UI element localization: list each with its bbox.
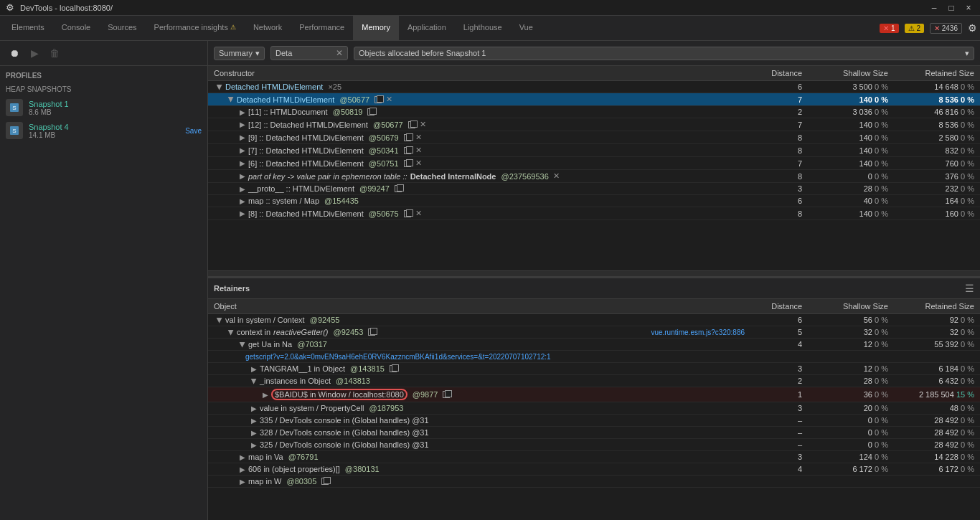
settings-icon[interactable]: ⚙ — [968, 22, 977, 34]
cross-icon[interactable]: ✕ — [553, 171, 560, 181]
retainers-body[interactable]: Object Distance Shallow Size Retained Si… — [208, 299, 980, 520]
copy-icon[interactable] — [390, 365, 397, 372]
tab-network[interactable]: Network — [245, 16, 291, 41]
tab-lighthouse[interactable]: Lighthouse — [455, 16, 511, 41]
tab-performance-insights[interactable]: Performance insights ⚠ — [146, 16, 245, 41]
table-row[interactable]: ▶ Detached HTMLDivElement @50677 ✕ 7 140… — [208, 93, 980, 106]
retainer-row[interactable]: ▶ map in W @80305 — [208, 476, 980, 488]
retainer-row[interactable]: ▶ context in reactiveGetter() @92453 vue… — [208, 326, 980, 339]
copy-icon[interactable] — [395, 185, 402, 192]
copy-icon[interactable] — [321, 478, 329, 485]
expand-icon[interactable]: ▶ — [240, 465, 245, 473]
expand-icon[interactable]: ▶ — [240, 133, 245, 141]
tab-vue[interactable]: Vue — [511, 16, 542, 41]
retainer-row[interactable]: ▶ get Ua in Na @70317 4 12 0 % 55 392 0 … — [208, 339, 980, 351]
tab-elements[interactable]: Elements — [3, 16, 53, 41]
minimize-button[interactable]: – — [928, 2, 940, 14]
tab-sources[interactable]: Sources — [99, 16, 145, 41]
copy-icon[interactable] — [368, 328, 375, 336]
clear-button[interactable]: 🗑 — [46, 44, 63, 62]
copy-icon[interactable] — [367, 108, 374, 115]
expand-icon[interactable]: ▶ — [263, 391, 268, 399]
expand-icon[interactable]: ▶ — [240, 185, 245, 193]
title-bar: ⚙ DevTools - localhost:8080/ – □ × — [0, 0, 980, 16]
filter-clear-icon[interactable]: ✕ — [336, 48, 343, 58]
close-button[interactable]: × — [963, 2, 974, 14]
retainer-row[interactable]: ▶ value in system / PropertyCell @187953… — [208, 402, 980, 415]
table-row[interactable]: ▶ __proto__ :: HTMLDivElement @99247 3 2… — [208, 183, 980, 195]
retainer-row[interactable]: ▶ 325 / DevTools console in (Global hand… — [208, 439, 980, 451]
save-snapshot-button[interactable]: Save — [185, 127, 202, 135]
table-row[interactable]: ▶ Detached HTMLDivElement ×25 6 3 500 0 … — [208, 81, 980, 93]
expand-icon[interactable]: ▶ — [251, 417, 257, 425]
expand-icon[interactable]: ▶ — [239, 341, 247, 347]
expand-icon[interactable]: ▶ — [240, 209, 245, 217]
getscript-link[interactable]: getscript?v=2.0&ak=0mvEN9saH6ehE0RV6Kazz… — [245, 353, 551, 361]
table-row[interactable]: ▶ [8] :: Detached HTMLDivElement @50675 … — [208, 207, 980, 220]
copy-icon[interactable] — [404, 160, 411, 167]
new-snapshot-button[interactable]: ⏺ — [6, 44, 23, 62]
retainer-row[interactable]: ▶ TANGRAM__1 in Object @143815 3 12 0 % … — [208, 363, 980, 375]
table-row[interactable]: ▶ [9] :: Detached HTMLDivElement @50679 … — [208, 131, 980, 144]
source-link[interactable]: vue.runtime.esm.js?c320:886 — [651, 328, 745, 336]
cross-icon[interactable]: ✕ — [415, 159, 422, 168]
retainer-row[interactable]: ▶ map in Va @76791 3 124 0 % 14 228 0 % — [208, 451, 980, 463]
copy-icon[interactable] — [374, 96, 382, 103]
tab-performance[interactable]: Performance — [291, 16, 353, 41]
filter-input[interactable] — [275, 49, 333, 57]
retainer-row[interactable]: ▶ $BAIDU$ in Window / localhost:8080 @98… — [208, 387, 980, 402]
retainer-row[interactable]: ▶ 606 in (object properties)[] @380131 4… — [208, 463, 980, 476]
retainer-row[interactable]: ▶ val in system / Context @92455 6 56 0 … — [208, 314, 980, 326]
table-row[interactable]: ▶ map :: system / Map @154435 6 40 0 % 1… — [208, 195, 980, 207]
retainer-row[interactable]: ▶ 335 / DevTools console in (Global hand… — [208, 415, 980, 427]
table-row[interactable]: ▶ [12] :: Detached HTMLDivElement @50677… — [208, 118, 980, 131]
copy-icon[interactable] — [408, 121, 415, 128]
expand-icon[interactable]: ▶ — [250, 378, 258, 384]
expand-icon[interactable]: ▶ — [240, 453, 245, 461]
expand-icon[interactable]: ▶ — [251, 441, 257, 449]
expand-icon[interactable]: ▶ — [240, 108, 245, 116]
objects-dropdown[interactable]: Objects allocated before Snapshot 1 ▾ — [354, 47, 974, 60]
cross-icon[interactable]: ✕ — [386, 95, 392, 104]
cross-icon[interactable]: ✕ — [420, 120, 426, 129]
main-table-container[interactable]: Constructor Distance Shallow Size Retain… — [208, 66, 980, 270]
expand-icon[interactable]: ▶ — [240, 197, 245, 205]
table-row[interactable]: ▶ [6] :: Detached HTMLDivElement @50751 … — [208, 157, 980, 170]
copy-icon[interactable] — [443, 391, 450, 398]
table-row[interactable]: ▶ [11] :: HTMLDocument @50819 2 3 036 0 … — [208, 106, 980, 118]
expand-icon[interactable]: ▶ — [240, 120, 245, 128]
cross-icon[interactable]: ✕ — [415, 133, 422, 142]
maximize-button[interactable]: □ — [946, 2, 957, 14]
tab-memory[interactable]: Memory — [353, 16, 399, 41]
table-row[interactable]: ▶ [7] :: Detached HTMLDivElement @50341 … — [208, 144, 980, 157]
start-recording-button[interactable]: ▶ — [26, 44, 43, 62]
copy-icon[interactable] — [404, 210, 411, 217]
cross-icon[interactable]: ✕ — [415, 146, 422, 155]
expand-icon[interactable]: ▶ — [251, 429, 257, 437]
table-row[interactable]: ▶ part of key -> value pair in ephemeron… — [208, 170, 980, 183]
expand-icon[interactable]: ▶ — [240, 478, 245, 486]
snapshot-icon-1: S — [6, 99, 23, 116]
expand-icon[interactable]: ▶ — [240, 146, 245, 154]
retainer-row[interactable]: ▶ _instances in Object @143813 2 28 0 % … — [208, 375, 980, 387]
tab-application[interactable]: Application — [399, 16, 455, 41]
expand-icon[interactable]: ▶ — [227, 97, 235, 103]
expand-icon[interactable]: ▶ — [216, 317, 224, 323]
expand-icon[interactable]: ▶ — [216, 84, 224, 90]
expand-icon[interactable]: ▶ — [251, 365, 257, 373]
copy-icon[interactable] — [404, 147, 411, 154]
retainers-menu-icon[interactable]: ☰ — [965, 283, 974, 294]
copy-icon[interactable] — [404, 134, 411, 141]
expand-icon[interactable]: ▶ — [240, 159, 245, 167]
horizontal-scrollbar[interactable] — [208, 270, 980, 276]
snapshot-item-4[interactable]: S Snapshot 4 14.1 MB Save — [0, 119, 207, 142]
retainer-row[interactable]: ▶ 328 / DevTools console in (Global hand… — [208, 427, 980, 439]
retainers-table: Object Distance Shallow Size Retained Si… — [208, 299, 980, 488]
snapshot-item-1[interactable]: S Snapshot 1 8.6 MB — [0, 96, 207, 119]
cross-icon[interactable]: ✕ — [415, 209, 422, 218]
summary-dropdown[interactable]: Summary ▾ — [214, 47, 265, 60]
expand-icon[interactable]: ▶ — [240, 172, 245, 180]
expand-icon[interactable]: ▶ — [251, 405, 257, 412]
tab-console[interactable]: Console — [53, 16, 99, 41]
expand-icon[interactable]: ▶ — [227, 329, 235, 335]
